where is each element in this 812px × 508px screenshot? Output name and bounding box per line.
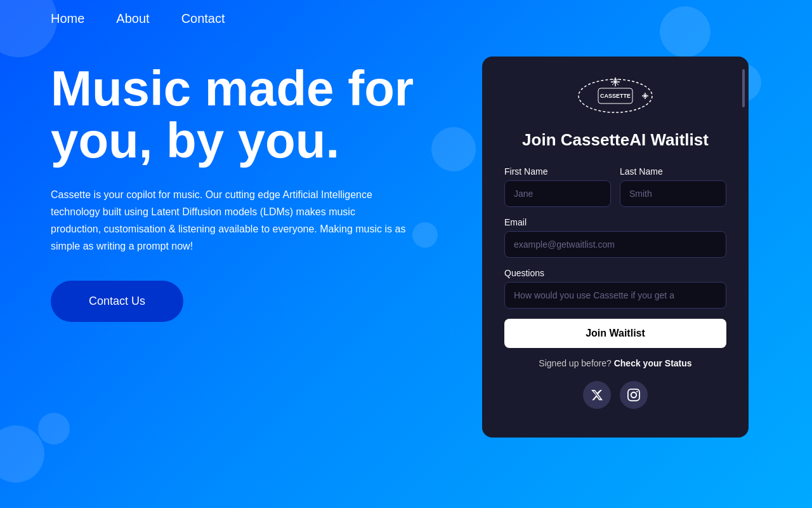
twitter-button[interactable]: [583, 381, 611, 409]
questions-label: Questions: [504, 268, 726, 278]
cassette-logo: CASSETTE: [574, 76, 657, 117]
questions-group: Questions: [504, 268, 726, 309]
nav-about[interactable]: About: [116, 11, 149, 26]
name-row: First Name Last Name: [504, 166, 726, 207]
form-logo-container: CASSETTE: [504, 76, 726, 117]
first-name-group: First Name: [504, 166, 611, 207]
hero-title: Music made for you, by you.: [51, 63, 444, 167]
join-waitlist-button[interactable]: Join Waitlist: [504, 319, 726, 348]
nav-contact[interactable]: Contact: [181, 11, 225, 26]
status-line: Signed up before? Check your Status: [504, 358, 726, 368]
card-scrollbar: [742, 69, 745, 107]
svg-text:CASSETTE: CASSETTE: [600, 93, 631, 99]
nav-home[interactable]: Home: [51, 11, 84, 26]
email-input[interactable]: [504, 231, 726, 258]
last-name-group: Last Name: [620, 166, 726, 207]
questions-input[interactable]: [504, 282, 726, 309]
twitter-icon: [591, 389, 603, 401]
instagram-button[interactable]: [620, 381, 648, 409]
status-prefix: Signed up before?: [539, 358, 611, 368]
hero-description: Cassette is your copilot for music. Our …: [51, 186, 406, 255]
form-title: Join CassetteAI Waitlist: [504, 130, 726, 151]
hero-section: Music made for you, by you. Cassette is …: [0, 37, 812, 438]
email-label: Email: [504, 217, 726, 227]
social-row: [504, 381, 726, 409]
last-name-input[interactable]: [620, 180, 726, 207]
hero-left: Music made for you, by you. Cassette is …: [51, 63, 444, 322]
email-group: Email: [504, 217, 726, 258]
first-name-label: First Name: [504, 166, 611, 177]
contact-us-button[interactable]: Contact Us: [51, 281, 183, 322]
last-name-label: Last Name: [620, 166, 726, 177]
waitlist-form-card: CASSETTE Join CassetteAI Waitlist: [482, 57, 749, 438]
navbar: Home About Contact: [0, 0, 812, 37]
instagram-icon: [627, 389, 640, 401]
check-status-link[interactable]: Check your Status: [614, 358, 692, 368]
first-name-input[interactable]: [504, 180, 611, 207]
